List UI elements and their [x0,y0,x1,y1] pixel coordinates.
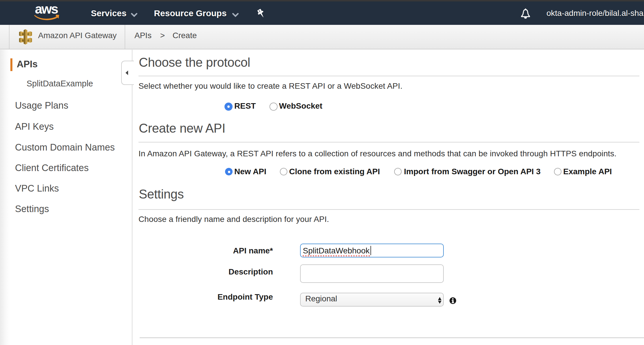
svg-text:aws: aws [35,5,58,16]
